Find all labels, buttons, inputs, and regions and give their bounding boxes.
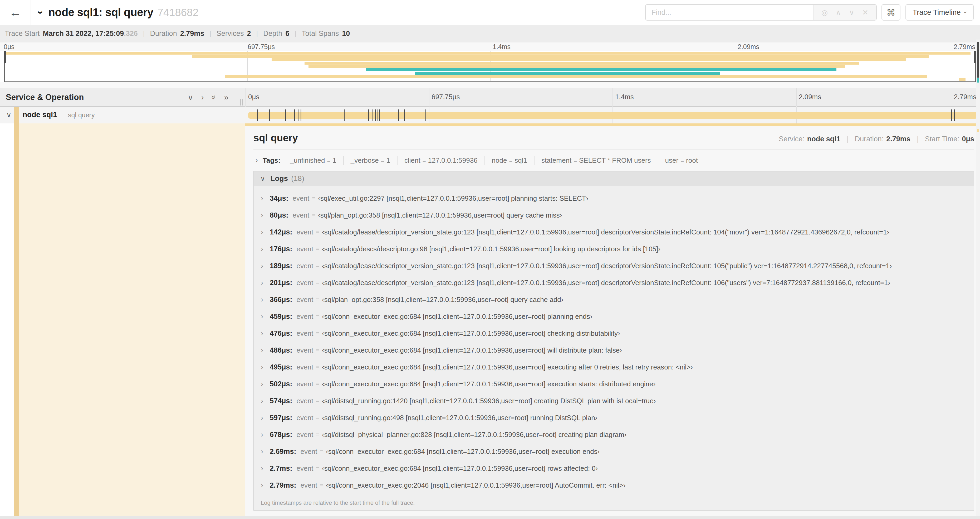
logs-header[interactable]: ∨ Logs (18) (254, 171, 974, 186)
span-color-band (14, 107, 19, 123)
tag-item[interactable]: client=127.0.0.1:59936 (398, 156, 485, 165)
log-row[interactable]: › 189μs: event = ‹sql/catalog/lease/desc… (254, 257, 974, 274)
tag-item[interactable]: node=sql1 (485, 156, 535, 165)
divider: | (917, 135, 919, 143)
page-title: node sql1: sql query (48, 6, 153, 19)
span-row-name-cell[interactable]: ∨ node sql1 sql query (0, 107, 245, 123)
viewport-right-handle[interactable] (974, 51, 976, 63)
collapse-one-icon[interactable]: ∨ (188, 93, 193, 102)
log-tick-marker (368, 109, 369, 121)
chevron-down-icon[interactable]: › (35, 11, 47, 14)
log-value: ‹sql/conn_executor_exec.go:684 [nsql1,cl… (326, 447, 600, 456)
tag-item[interactable]: statement=SELECT * FROM users (535, 156, 658, 165)
log-tick-marker (285, 109, 286, 121)
log-row[interactable]: › 597μs: event = ‹sql/distsql_running.go… (254, 409, 974, 426)
log-row[interactable]: › 486μs: event = ‹sql/conn_executor_exec… (254, 342, 974, 359)
log-row[interactable]: › 176μs: event = ‹sql/catalog/descs/desc… (254, 241, 974, 257)
log-time: 495μs: (270, 363, 293, 371)
ruler-tick: 0μs (248, 93, 259, 101)
tags-row[interactable]: › Tags: _unfinished=1_verbose=1client=12… (253, 150, 974, 170)
target-icon[interactable]: ◎ (821, 8, 828, 17)
log-value: ‹sql/plan_opt.go:358 [nsql1,client=127.0… (322, 295, 563, 304)
log-field: event (297, 329, 313, 338)
trace-start-value: March 31 2022, 17:25:09 (43, 30, 124, 38)
log-time: 2.79ms: (270, 481, 296, 489)
minimap-ruler: 0μs 697.75μs 1.4ms 2.09ms 2.79ms (0, 43, 980, 51)
chevron-right-icon: › (261, 431, 270, 439)
tag-item[interactable]: _unfinished=1 (283, 156, 344, 165)
detail-operation-title: sql query (253, 133, 298, 144)
trace-summary-bar: Trace Start March 31 2022, 17:25:09 .326… (0, 25, 980, 43)
logs-label: Logs (270, 174, 288, 183)
trace-start-label: Trace Start (5, 30, 40, 38)
ruler-tick: 2.79ms (954, 93, 976, 101)
next-match-icon[interactable]: ∨ (849, 8, 854, 17)
service-value: node sql1 (807, 135, 840, 143)
expand-one-icon[interactable]: › (201, 93, 204, 102)
equals-sign: = (316, 414, 319, 421)
trace-view-selector[interactable]: Trace Timeline › (905, 4, 974, 21)
log-row[interactable]: › 366μs: event = ‹sql/plan_opt.go:358 [n… (254, 291, 974, 308)
keyboard-shortcuts-button[interactable]: ⌘ (881, 4, 900, 21)
equals-sign: = (316, 279, 319, 286)
duration-value: 2.79ms (180, 30, 204, 38)
log-row[interactable]: › 678μs: event = ‹sql/distsql_physical_p… (254, 426, 974, 443)
log-row[interactable]: › 495μs: event = ‹sql/conn_executor_exec… (254, 359, 974, 375)
view-button-label: Trace Timeline (913, 8, 961, 17)
expand-all-icon[interactable]: » (224, 93, 229, 102)
clear-search-icon[interactable]: ✕ (862, 8, 868, 17)
top-bar: ← › node sql1: sql query 7418682 ◎ ∧ ∨ ✕… (0, 0, 980, 25)
collapse-controls: ∨ › » » (188, 88, 228, 107)
trace-minimap[interactable] (4, 51, 976, 82)
tag-item[interactable]: _verbose=1 (344, 156, 398, 165)
prev-match-icon[interactable]: ∧ (836, 8, 841, 17)
duration-value: 2.79ms (886, 135, 910, 143)
chevron-right-icon: › (261, 279, 270, 287)
spacer (0, 82, 980, 88)
log-field: event (297, 245, 313, 253)
log-row[interactable]: › 574μs: event = ‹sql/distsql_running.go… (254, 393, 974, 409)
chevron-down-icon[interactable]: ∨ (6, 111, 11, 119)
log-row[interactable]: › 502μs: event = ‹sql/conn_executor_exec… (254, 375, 974, 393)
ruler-tick: 0μs (4, 43, 14, 51)
log-tick-marker (298, 109, 299, 121)
log-row[interactable]: › 2.79ms: event = ‹sql/conn_executor_exe… (254, 477, 974, 494)
span-duration-bar[interactable] (248, 112, 977, 119)
span-row[interactable]: ∨ node sql1 sql query (0, 107, 980, 123)
log-row[interactable]: › 142μs: event = ‹sql/catalog/lease/desc… (254, 224, 974, 241)
back-button[interactable]: ← (0, 0, 31, 25)
span-row-timeline-cell[interactable] (245, 107, 980, 123)
column-gridline (612, 88, 613, 107)
log-row[interactable]: › 34μs: event = ‹sql/exec_util.go:2297 [… (254, 190, 974, 207)
span-tint-background (19, 123, 245, 516)
log-row[interactable]: › 80μs: event = ‹sql/plan_opt.go:358 [ns… (254, 207, 974, 224)
find-input[interactable] (646, 5, 813, 20)
duration-label: Duration: (855, 135, 884, 143)
log-time: 2.7ms: (270, 465, 293, 473)
log-tick-marker (404, 109, 405, 121)
span-color-band (14, 123, 19, 516)
equals-sign: = (320, 448, 323, 455)
log-row[interactable]: › 476μs: event = ‹sql/conn_executor_exec… (254, 325, 974, 342)
scrollbar[interactable] (976, 40, 980, 519)
chevron-right-icon: › (261, 228, 270, 236)
chevron-right-icon: › (261, 262, 270, 270)
ruler-tick: 697.75μs (248, 43, 275, 51)
log-row[interactable]: › 2.7ms: event = ‹sql/conn_executor_exec… (254, 460, 974, 477)
scrollbar-thumb[interactable] (977, 42, 979, 78)
log-row[interactable]: › 459μs: event = ‹sql/conn_executor_exec… (254, 308, 974, 325)
minimap-span (272, 58, 906, 61)
tag-item[interactable]: user=root (658, 156, 705, 165)
collapse-all-icon[interactable]: » (210, 95, 218, 100)
log-tick-marker (344, 109, 345, 121)
chevron-down-icon: › (962, 11, 969, 13)
divider: | (294, 30, 296, 38)
viewport-left-handle[interactable] (4, 51, 6, 63)
chevron-right-icon: › (261, 447, 270, 456)
chevron-right-icon: › (261, 346, 270, 355)
minimap-span (309, 65, 845, 68)
column-resizer[interactable] (239, 99, 244, 105)
log-row[interactable]: › 2.69ms: event = ‹sql/conn_executor_exe… (254, 443, 974, 460)
log-row[interactable]: › 201μs: event = ‹sql/catalog/lease/desc… (254, 274, 974, 291)
detail-header: sql query Service:node sql1 | Duration:2… (253, 130, 974, 144)
